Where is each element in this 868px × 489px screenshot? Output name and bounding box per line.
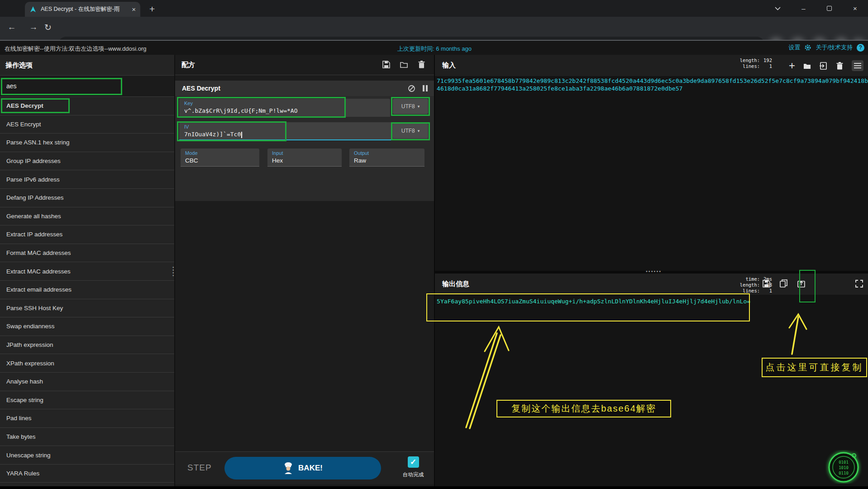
sidebar-item-label: Parse IPv6 address — [6, 176, 60, 183]
site-favicon-icon — [29, 6, 37, 13]
input-length-label: length: — [736, 58, 760, 63]
tab-title: AES Decrypt - 在线加密解密-雨 — [41, 5, 122, 13]
input-type-select[interactable]: Input Hex — [267, 149, 342, 167]
operation-search-input[interactable] — [0, 76, 174, 96]
autobake-checkbox[interactable]: ✓ — [408, 456, 419, 468]
gear-icon[interactable] — [804, 44, 811, 51]
sidebar-item-jpath-expression[interactable]: JPath expression — [0, 336, 174, 355]
spacer — [815, 279, 846, 288]
autobake-control[interactable]: ✓ 自动完成 — [395, 456, 431, 478]
save-recipe-icon[interactable] — [382, 60, 391, 69]
settings-link[interactable]: 设置 — [788, 43, 800, 52]
browser-navbar: ← → ↻ ddosi.org/code/#recipe=AES_Decrypt… — [0, 17, 868, 40]
sidebar-item-xpath-expression[interactable]: XPath expression — [0, 354, 174, 373]
maximize-output-icon[interactable] — [855, 279, 863, 288]
sidebar-item-parse-asn-1-hex-string[interactable]: Parse ASN.1 hex string — [0, 134, 174, 152]
input-type-label: Input — [272, 150, 283, 156]
bake-button-label: BAKE! — [298, 464, 323, 473]
iv-encoding-dropdown[interactable]: UTF8 ▾ — [393, 124, 428, 138]
sidebar-item-escape-string[interactable]: Escape string — [0, 391, 174, 410]
sidebar-item-generate-all-hashes[interactable]: Generate all hashes — [0, 207, 174, 226]
sidebar-item-analyse-hash[interactable]: Analyse hash — [0, 373, 174, 391]
sidebar-item-yara-rules[interactable]: YARA Rules — [0, 465, 174, 483]
sidebar-item-label: Parse ASN.1 hex string — [6, 139, 70, 146]
sidebar-item-extract-email-addresses[interactable]: Extract email addresses — [0, 281, 174, 299]
window-controls: – × — [765, 0, 868, 17]
sidebar-item-extract-mac-addresses[interactable]: Extract MAC addresses — [0, 262, 174, 281]
input-lines-value: 1 — [760, 63, 772, 69]
about-support-link[interactable]: 关于/技术支持 — [816, 43, 853, 52]
step-button[interactable]: STEP — [187, 463, 212, 473]
sidebar-resize-handle[interactable]: •••• — [172, 266, 174, 277]
breakpoint-pause-icon[interactable] — [422, 85, 428, 92]
nav-reload-icon[interactable]: ↻ — [42, 22, 54, 33]
iv-field[interactable]: IV 7nIOuaV4z)]`=Tc0 — [179, 122, 428, 140]
sidebar-item-format-mac-addresses[interactable]: Format MAC addresses — [0, 244, 174, 263]
operation-card-aes-decrypt[interactable]: AES Decrypt Key v^.bZa$CrR\j9Id,cU{F;Nm_… — [175, 81, 435, 201]
sidebar-item-label: YARA Rules — [6, 470, 39, 477]
open-folder-icon[interactable] — [803, 62, 811, 70]
key-encoding-value: UTF8 — [401, 103, 415, 110]
tab-search-chevron-icon[interactable] — [765, 0, 791, 17]
sidebar-item-aes-encrypt[interactable]: AES Encrypt — [0, 115, 174, 134]
tab-close-icon[interactable]: × — [132, 5, 136, 13]
sidebar-item-pad-lines[interactable]: Pad lines — [0, 409, 174, 428]
replace-input-with-output-icon[interactable] — [797, 279, 806, 288]
sidebar-item-label: Parse SSH Host Key — [6, 305, 63, 312]
sidebar-item-label: Group IP addresses — [6, 158, 61, 164]
operation-name: AES Decrypt — [182, 85, 220, 92]
sidebar-item-take-bytes[interactable]: Take bytes — [0, 428, 174, 446]
input-panel-header: 输入 length:192 lines:1 + — [435, 55, 868, 76]
site-info-bar: 在线加密解密--使用方法:双击左边选项--www.ddosi.org 上次更新时… — [0, 40, 868, 55]
sidebar-item-parse-ipv6-address[interactable]: Parse IPv6 address — [0, 170, 174, 189]
recipe-header: 配方 — [175, 55, 434, 75]
clear-recipe-trash-icon[interactable] — [417, 60, 426, 69]
sidebar-item-swap-endianness[interactable]: Swap endianness — [0, 317, 174, 336]
copy-output-icon[interactable] — [779, 279, 788, 288]
load-recipe-folder-icon[interactable] — [400, 60, 408, 69]
window-minimize-icon[interactable]: – — [791, 0, 816, 17]
mode-select[interactable]: Mode CBC — [181, 149, 259, 167]
svg-text:0110: 0110 — [839, 471, 849, 475]
help-icon[interactable]: ? — [857, 44, 864, 52]
output-type-select[interactable]: Output Raw — [349, 149, 424, 167]
svg-text:0101: 0101 — [839, 460, 849, 465]
save-output-icon[interactable] — [762, 279, 771, 288]
sidebar-item-label: Extract MAC addresses — [6, 268, 71, 275]
sidebar-item-extract-ip-addresses[interactable]: Extract IP addresses — [0, 225, 174, 244]
nav-back-icon[interactable]: ← — [5, 22, 18, 32]
output-type-label: Output — [354, 150, 369, 156]
input-length-value: 192 — [760, 58, 772, 63]
sidebar-item-defang-ip-addresses[interactable]: Defang IP Addresses — [0, 189, 174, 207]
browser-tab[interactable]: AES Decrypt - 在线加密解密-雨 × — [25, 2, 140, 17]
sidebar-item-label: Analyse hash — [6, 378, 43, 385]
window-close-icon[interactable]: × — [842, 0, 868, 17]
mode-select-label: Mode — [185, 150, 198, 156]
new-tab-icon[interactable]: + — [149, 4, 155, 14]
sidebar-item-unescape-string[interactable]: Unescape string — [0, 446, 174, 465]
clear-io-trash-icon[interactable] — [835, 62, 844, 70]
output-lines-value: 1 — [760, 288, 772, 294]
bake-button[interactable]: BAKE! — [224, 457, 381, 479]
nav-forward-icon[interactable]: → — [27, 22, 40, 32]
recipe-title: 配方 — [181, 61, 195, 69]
sidebar-item-label: XPath expression — [6, 360, 54, 367]
sidebar-title: 操作选项 — [0, 55, 174, 75]
input-hex-line2: 4618d0ca31a8682f77946413a258025fe8ce1aba… — [437, 85, 867, 93]
add-input-tab-icon[interactable]: + — [789, 61, 795, 70]
sidebar-item-group-ip-addresses[interactable]: Group IP addresses — [0, 152, 174, 171]
mode-select-value: CBC — [185, 157, 198, 164]
annotation-copy-hint: 点击这里可直接复制 — [762, 358, 867, 377]
disable-operation-icon[interactable] — [408, 85, 415, 92]
chevron-down-icon: ▾ — [418, 129, 420, 133]
window-maximize-icon[interactable] — [816, 0, 842, 17]
search-row — [0, 75, 174, 97]
input-settings-list-icon[interactable] — [852, 60, 863, 71]
key-encoding-dropdown[interactable]: UTF8 ▾ — [393, 99, 428, 114]
iv-field-label: IV — [184, 124, 189, 129]
sidebar-item-parse-ssh-host-key[interactable]: Parse SSH Host Key — [0, 299, 174, 318]
open-file-as-input-icon[interactable] — [819, 62, 828, 70]
key-field[interactable]: Key v^.bZa$CrR\j9Id,cU{F;Nm_P!lw=*AO — [179, 99, 390, 117]
input-text-area[interactable]: 71c9935fea5601e678458b779842e989c813c2b2… — [437, 77, 867, 92]
sidebar-item-aes-decrypt[interactable]: AES Decrypt — [0, 97, 174, 115]
